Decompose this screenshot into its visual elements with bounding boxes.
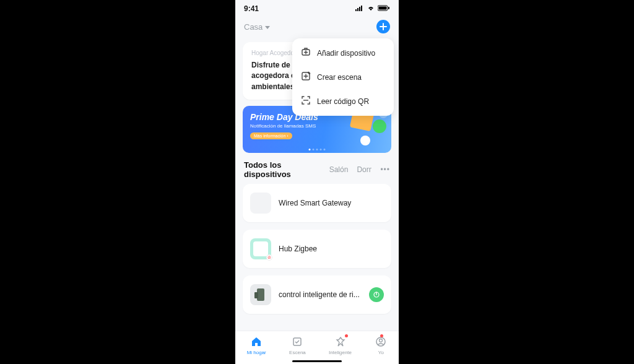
status-time: 9:41 <box>244 4 259 13</box>
home-icon <box>250 336 263 349</box>
svg-rect-0 <box>355 9 357 11</box>
menu-label: Leer código QR <box>317 97 369 106</box>
scene-icon <box>301 71 311 83</box>
signal-icon <box>355 4 364 13</box>
tab-bedroom[interactable]: Dormitorio <box>357 165 371 174</box>
svg-rect-10 <box>254 292 258 298</box>
power-button[interactable] <box>369 287 384 302</box>
device-name: Hub Zigbee <box>279 245 384 253</box>
menu-label: Añadir dispositivo <box>317 49 375 58</box>
device-thumbnail: ⊘ <box>250 238 271 259</box>
menu-create-scene[interactable]: Crear escena <box>292 65 394 89</box>
device-name: Wired Smart Gateway <box>279 199 384 207</box>
phone-frame: 9:41 Casa A <box>235 0 399 364</box>
nav-smart[interactable]: Inteligente <box>329 336 352 355</box>
svg-rect-3 <box>361 6 362 11</box>
battery-icon <box>378 4 390 13</box>
device-icon <box>301 47 311 59</box>
svg-rect-1 <box>357 8 358 11</box>
device-card[interactable]: ⊘ Hub Zigbee <box>243 230 391 268</box>
wifi-icon <box>367 4 375 13</box>
nav-label: Yo <box>378 350 384 355</box>
menu-scan-qr[interactable]: Leer código QR <box>292 89 394 113</box>
device-name: control inteligente de ri... <box>279 290 362 299</box>
scene-icon <box>291 336 303 349</box>
nav-label: Inteligente <box>329 350 352 355</box>
nav-label: Escena <box>289 350 306 355</box>
add-dropdown: Añadir dispositivo Crear escena Leer cód… <box>292 38 394 116</box>
menu-label: Crear escena <box>317 73 362 82</box>
add-button[interactable] <box>376 20 390 33</box>
svg-rect-6 <box>388 7 389 9</box>
banner-subtitle: Notificación de llamadas SMS <box>250 123 384 129</box>
menu-add-device[interactable]: Añadir dispositivo <box>292 41 394 65</box>
device-list: Wired Smart Gateway ⊘ Hub Zigbee control… <box>235 184 399 314</box>
svg-point-14 <box>380 339 383 342</box>
bottom-nav: Mi hogar Escena Inteligente Yo <box>235 331 399 364</box>
device-card[interactable]: Wired Smart Gateway <box>243 184 391 222</box>
tab-all-devices[interactable]: Todos los dispositivos <box>244 160 321 179</box>
notification-badge <box>345 334 348 337</box>
qr-icon <box>301 95 311 107</box>
svg-rect-2 <box>359 7 360 11</box>
room-tabs: Todos los dispositivos Salón Dormitorio … <box>235 160 399 184</box>
smart-icon <box>334 336 347 349</box>
profile-icon <box>375 336 387 349</box>
device-thumbnail <box>250 284 271 305</box>
svg-rect-5 <box>379 7 387 10</box>
home-indicator <box>292 360 342 362</box>
tab-living-room[interactable]: Salón <box>329 165 349 174</box>
device-thumbnail <box>250 193 271 214</box>
home-selector[interactable]: Casa <box>244 22 270 32</box>
chevron-down-icon <box>265 22 270 32</box>
more-icon[interactable]: ••• <box>380 165 390 174</box>
nav-profile[interactable]: Yo <box>375 336 387 355</box>
nav-home[interactable]: Mi hogar <box>247 336 266 355</box>
device-card[interactable]: control inteligente de ri... <box>243 275 391 314</box>
banner-cta[interactable]: Más información › <box>250 132 292 139</box>
banner-pagination <box>309 149 326 150</box>
status-bar: 9:41 <box>235 0 399 15</box>
nav-scene[interactable]: Escena <box>289 336 306 355</box>
nav-label: Mi hogar <box>247 350 266 355</box>
notification-badge <box>380 334 383 337</box>
home-label: Casa <box>244 22 263 32</box>
status-indicators <box>355 4 390 13</box>
header: Casa <box>235 15 399 38</box>
